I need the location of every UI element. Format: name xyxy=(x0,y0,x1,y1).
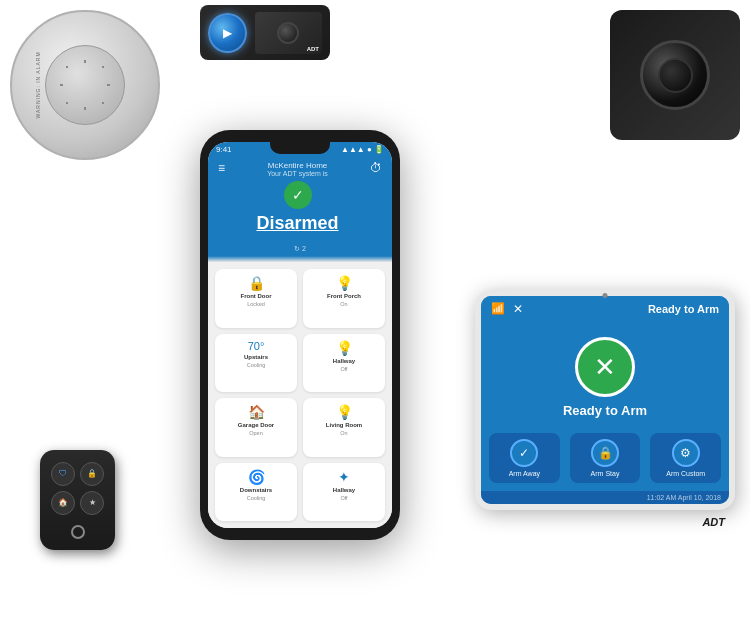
tile-living-room-status: On xyxy=(340,430,347,436)
phone-title-area: McKentire Home Your ADT system is ✓ Disa… xyxy=(225,161,370,234)
smoke-detector: WARNING: IN ALARM xyxy=(10,10,160,160)
tile-living-room-label: Living Room xyxy=(326,422,362,428)
light-bulb-icon-2: 💡 xyxy=(336,340,353,356)
phone-sync-indicator: ↻ 2 xyxy=(208,242,392,256)
tile-hallway-2[interactable]: ✦ Hallway Off xyxy=(303,463,385,522)
phone-time: 9:41 xyxy=(216,145,232,154)
light-bulb-icon-1: 💡 xyxy=(336,275,353,291)
tile-downstairs-status: Cooling xyxy=(247,495,266,501)
fob-home-button[interactable]: 🏠 xyxy=(51,491,75,515)
tile-front-door-status: Locked xyxy=(247,301,265,307)
security-camera xyxy=(610,10,740,140)
tile-hallway-2-label: Hallway xyxy=(333,487,355,493)
adt-panel: 📶 ✕ Ready to Arm ✕ Ready to Arm ✓ Arm Aw… xyxy=(475,290,735,510)
arm-custom-icon: ⚙ xyxy=(672,439,700,467)
arm-stay-label: Arm Stay xyxy=(591,470,620,477)
arm-stay-button[interactable]: 🔒 Arm Stay xyxy=(570,433,641,483)
tile-front-door[interactable]: 🔒 Front Door Locked xyxy=(215,269,297,328)
arm-custom-label: Arm Custom xyxy=(666,470,705,477)
tile-downstairs-label: Downstairs xyxy=(240,487,272,493)
panel-timestamp: 11:02 AM April 10, 2018 xyxy=(481,491,729,504)
adt-logo: ADT xyxy=(702,516,725,528)
home-name: McKentire Home xyxy=(225,161,370,170)
doorbell-camera: ADT xyxy=(255,12,322,54)
fob-button-grid: 🛡 🔒 🏠 ★ xyxy=(51,462,104,515)
smartphone: 9:41 ▲▲▲ ● 🔋 ≡ McKentire Home Your ADT s… xyxy=(200,130,400,540)
key-fob: 🛡 🔒 🏠 ★ xyxy=(40,450,115,550)
tile-downstairs[interactable]: 🌀 Downstairs Cooling xyxy=(215,463,297,522)
device-tile-grid: 🔒 Front Door Locked 💡 Front Porch On 70°… xyxy=(208,262,392,528)
panel-ready-arm-text: Ready to Arm xyxy=(563,403,647,418)
panel-close-icon[interactable]: ✕ xyxy=(513,302,523,316)
tile-upstairs[interactable]: 70° Upstairs Cooling xyxy=(215,334,297,393)
doorbell-device: ADT xyxy=(200,5,330,60)
hamburger-icon[interactable]: ≡ xyxy=(218,161,225,175)
panel-camera xyxy=(603,293,608,298)
sparkle-icon: ✦ xyxy=(338,469,350,485)
panel-topbar: 📶 ✕ Ready to Arm xyxy=(481,296,729,322)
phone-notch xyxy=(270,142,330,154)
tile-garage-status: Open xyxy=(249,430,262,436)
panel-arm-buttons: ✓ Arm Away 🔒 Arm Stay ⚙ Arm Custom xyxy=(481,433,729,491)
tile-front-porch-label: Front Porch xyxy=(327,293,361,299)
camera-lens-outer xyxy=(640,40,710,110)
tile-garage-door[interactable]: 🏠 Garage Door Open xyxy=(215,398,297,457)
tile-hallway-1-label: Hallway xyxy=(333,358,355,364)
tile-garage-label: Garage Door xyxy=(238,422,274,428)
light-bulb-icon-3: 💡 xyxy=(336,404,353,420)
arm-away-icon: ✓ xyxy=(510,439,538,467)
tile-hallway-2-status: Off xyxy=(340,495,347,501)
thermostat-icon-2: 🌀 xyxy=(248,469,265,485)
phone-shield-badge: ✓ xyxy=(284,181,312,209)
wifi-icon: 📶 xyxy=(491,302,505,316)
fob-lock-button[interactable]: 🔒 xyxy=(80,462,104,486)
system-status-disarmed: Disarmed xyxy=(225,213,370,234)
arm-custom-button[interactable]: ⚙ Arm Custom xyxy=(650,433,721,483)
tile-front-door-label: Front Door xyxy=(241,293,272,299)
garage-door-icon: 🏠 xyxy=(248,404,265,420)
fob-star-button[interactable]: ★ xyxy=(80,491,104,515)
tile-front-porch-status: On xyxy=(340,301,347,307)
panel-x-icon: ✕ xyxy=(594,352,616,383)
phone-subtitle: Your ADT system is xyxy=(225,170,370,177)
panel-connectivity-icons: 📶 ✕ xyxy=(491,302,523,316)
adt-doorbell-badge: ADT xyxy=(307,46,319,52)
arm-away-button[interactable]: ✓ Arm Away xyxy=(489,433,560,483)
doorbell-lens xyxy=(277,22,299,44)
doorbell-button[interactable] xyxy=(208,13,247,53)
fob-keyring xyxy=(71,525,85,539)
tile-upstairs-label: Upstairs xyxy=(244,354,268,360)
panel-shield-icon: ✕ xyxy=(575,337,635,397)
lock-icon: 🔒 xyxy=(248,275,265,291)
arm-stay-icon: 🔒 xyxy=(591,439,619,467)
tile-hallway-1-status: Off xyxy=(340,366,347,372)
phone-signal: ▲▲▲ ● 🔋 xyxy=(341,145,384,154)
fob-shield-button[interactable]: 🛡 xyxy=(51,462,75,486)
smoke-warning-text: WARNING: IN ALARM xyxy=(35,51,41,118)
panel-screen: 📶 ✕ Ready to Arm ✕ Ready to Arm ✓ Arm Aw… xyxy=(481,296,729,504)
shield-check-icon: ✓ xyxy=(292,187,304,203)
thermostat-icon: 70° xyxy=(248,340,265,352)
camera-lens-inner xyxy=(658,58,693,93)
phone-header: ≡ McKentire Home Your ADT system is ✓ Di… xyxy=(208,157,392,242)
phone-screen: 9:41 ▲▲▲ ● 🔋 ≡ McKentire Home Your ADT s… xyxy=(208,142,392,528)
tile-upstairs-status: Cooling xyxy=(247,362,266,368)
arm-away-label: Arm Away xyxy=(509,470,540,477)
tile-front-porch[interactable]: 💡 Front Porch On xyxy=(303,269,385,328)
clock-icon[interactable]: ⏱ xyxy=(370,161,382,175)
panel-ready-label: Ready to Arm xyxy=(648,303,719,315)
tile-hallway-1[interactable]: 💡 Hallway Off xyxy=(303,334,385,393)
tile-living-room[interactable]: 💡 Living Room On xyxy=(303,398,385,457)
panel-main-area: ✕ Ready to Arm xyxy=(481,322,729,433)
